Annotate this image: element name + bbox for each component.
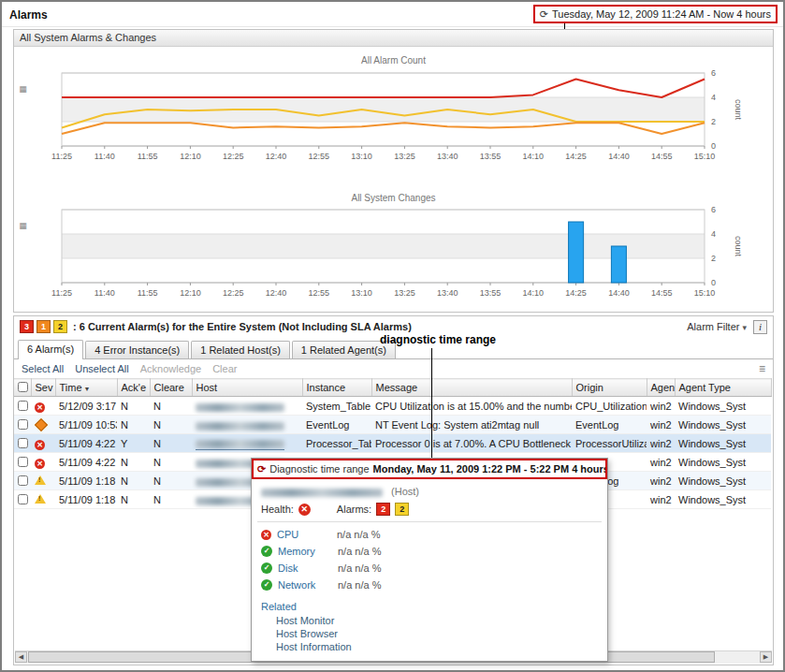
- svg-text:13:40: 13:40: [437, 152, 458, 161]
- col-instance[interactable]: Instance: [302, 379, 371, 397]
- svg-text:4: 4: [711, 229, 716, 239]
- tooltip-fatal-count-badge[interactable]: 2: [376, 503, 390, 516]
- table-row-selected[interactable]: 5/11/09 4:22 P Y N Processor_Tabl Proces…: [14, 434, 771, 453]
- scroll-right-icon[interactable]: [760, 651, 772, 663]
- cell-agent: win2: [647, 397, 675, 416]
- scroll-left-icon[interactable]: [15, 651, 27, 663]
- metric-network-link[interactable]: Network: [278, 579, 332, 591]
- cell-agent-type: Windows_Syst: [675, 490, 771, 509]
- tooltip-warning-count-badge[interactable]: 2: [395, 503, 409, 516]
- redacted-host-name: [196, 403, 284, 412]
- host-link[interactable]: [196, 437, 284, 450]
- warning-count-badge[interactable]: 2: [53, 320, 67, 333]
- svg-text:14:55: 14:55: [651, 152, 673, 161]
- unselect-all-link[interactable]: Unselect All: [75, 363, 128, 374]
- svg-text:count: count: [734, 236, 743, 257]
- time-range-label: Tuesday, May 12, 2009 11:24 AM - Now 4 h…: [552, 7, 771, 22]
- row-checkbox[interactable]: [18, 438, 28, 448]
- host-monitor-link[interactable]: Host Monitor: [252, 614, 607, 627]
- svg-text:14:25: 14:25: [565, 152, 587, 161]
- critical-icon: [35, 417, 48, 431]
- cell-host[interactable]: [192, 416, 302, 434]
- row-checkbox[interactable]: [18, 475, 28, 486]
- svg-text:11:40: 11:40: [94, 152, 115, 161]
- cell-host[interactable]: [192, 434, 302, 453]
- alarm-count-chart-title: All Alarm Count: [14, 55, 773, 66]
- cell-agent-type: Windows_Syst: [675, 453, 771, 472]
- panel-header-title: All System Alarms & Changes: [14, 30, 773, 47]
- row-checkbox[interactable]: [18, 457, 28, 467]
- table-row[interactable]: 5/11/09 10:53 N N EventLog NT Event Log:…: [14, 416, 771, 434]
- svg-text:14:10: 14:10: [523, 152, 545, 161]
- chevron-down-icon[interactable]: [742, 321, 747, 332]
- col-host[interactable]: Host: [192, 379, 302, 397]
- col-cleared[interactable]: Cleare: [150, 379, 192, 397]
- metric-row-disk: Disk n/a n/a %: [252, 560, 607, 577]
- cell-cleared: N: [150, 397, 192, 416]
- alarm-filter-button[interactable]: Alarm Filter: [687, 321, 739, 332]
- cell-time: 5/11/09 10:53: [55, 416, 117, 434]
- col-message[interactable]: Message: [371, 379, 572, 397]
- col-agent[interactable]: Agen: [647, 379, 675, 397]
- table-options-icon[interactable]: [759, 362, 765, 375]
- cell-acked: N: [117, 472, 150, 490]
- fatal-icon: [35, 459, 45, 469]
- col-acked[interactable]: Ack'e: [117, 379, 150, 397]
- cell-checkbox: [14, 416, 31, 434]
- host-diagnostic-tooltip: Diagnostic time range Monday, May 11, 20…: [251, 458, 608, 662]
- annotation-line-diagnostic: [431, 348, 432, 458]
- table-row[interactable]: 5/12/09 3:17 P N N System_Table CPU Util…: [14, 397, 771, 416]
- select-all-link[interactable]: Select All: [22, 363, 64, 374]
- col-sev[interactable]: Sev: [31, 379, 55, 397]
- svg-text:11:55: 11:55: [138, 288, 158, 298]
- svg-text:12:40: 12:40: [266, 288, 287, 298]
- metric-row-network: Network n/a n/a %: [252, 577, 607, 593]
- dashboard-time-range-selector[interactable]: Tuesday, May 12, 2009 11:24 AM - Now 4 h…: [533, 5, 778, 23]
- cell-agent: win2: [647, 416, 675, 434]
- cell-time: 5/11/09 4:22 P: [55, 453, 117, 472]
- metric-row-cpu: CPU n/a n/a %: [252, 526, 607, 543]
- system-changes-chart: 024611:2511:4011:5512:1012:2512:4012:551…: [17, 206, 768, 301]
- svg-text:0: 0: [711, 278, 716, 287]
- col-time[interactable]: Time: [55, 379, 117, 397]
- metric-cpu-link[interactable]: CPU: [277, 529, 331, 540]
- cell-host[interactable]: [192, 397, 302, 416]
- col-origin[interactable]: Origin: [572, 379, 647, 397]
- svg-text:2: 2: [711, 117, 716, 126]
- col-agent-type[interactable]: Agent Type: [675, 379, 771, 397]
- cell-checkbox: [14, 472, 31, 490]
- tab-alarms[interactable]: 6 Alarm(s): [18, 340, 83, 359]
- row-checkbox[interactable]: [18, 401, 28, 411]
- svg-text:12:40: 12:40: [266, 152, 287, 161]
- critical-count-badge[interactable]: 1: [36, 320, 51, 333]
- clear-link[interactable]: Clear: [212, 363, 237, 374]
- info-icon[interactable]: [753, 320, 767, 334]
- metric-memory-value: n/a n/a %: [338, 546, 381, 557]
- divider: [257, 521, 602, 522]
- redacted-host-name: [261, 489, 383, 497]
- tab-error-instances[interactable]: 4 Error Instance(s): [85, 341, 189, 358]
- diagnostic-time-range-bar: Diagnostic time range Monday, May 11, 20…: [252, 459, 607, 479]
- row-checkbox[interactable]: [18, 494, 28, 504]
- fatal-count-badge[interactable]: 3: [20, 320, 34, 333]
- svg-text:12:55: 12:55: [309, 152, 330, 161]
- metric-memory-link[interactable]: Memory: [278, 546, 332, 557]
- cell-origin: ProcessorUtiliza: [572, 434, 647, 453]
- metric-disk-link[interactable]: Disk: [278, 562, 332, 574]
- tab-related-hosts[interactable]: 1 Related Host(s): [191, 341, 290, 358]
- sort-desc-icon: [82, 382, 91, 393]
- cell-sev: [31, 397, 55, 416]
- cell-cleared: N: [150, 472, 192, 490]
- fatal-icon: [261, 530, 271, 540]
- host-information-link[interactable]: Host Information: [252, 640, 607, 653]
- svg-text:13:40: 13:40: [437, 288, 458, 298]
- host-type-label: (Host): [391, 486, 419, 497]
- host-browser-link[interactable]: Host Browser: [252, 627, 607, 640]
- warning-icon: [35, 494, 46, 504]
- acknowledge-link[interactable]: Acknowledge: [140, 363, 201, 374]
- diagnostic-time-range-label: Diagnostic time range: [269, 463, 369, 475]
- row-checkbox[interactable]: [18, 419, 28, 430]
- cell-checkbox: [14, 453, 31, 472]
- svg-text:13:10: 13:10: [351, 152, 372, 161]
- select-all-checkbox[interactable]: [18, 382, 28, 392]
